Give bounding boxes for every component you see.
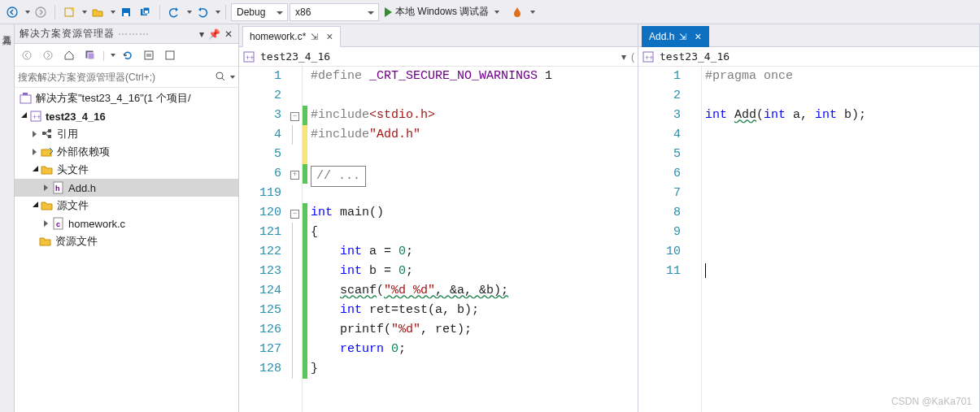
open-dd[interactable]	[111, 11, 115, 14]
code-breadcrumb[interactable]: ++ test23_4_16	[638, 47, 979, 67]
code-editor[interactable]: 1 2 3 4 5 6 119 120 121 122 123 124 125 …	[239, 67, 638, 412]
ln: 121	[239, 223, 281, 242]
se-refresh-button[interactable]	[119, 46, 137, 64]
platform-combo[interactable]: x86	[290, 3, 379, 21]
project-label: test23_4_16	[46, 111, 106, 123]
fold-minus-icon[interactable]: −	[290, 210, 299, 219]
title-drag-dots: ⋯⋯⋯	[118, 28, 150, 40]
hot-reload-dd[interactable]	[530, 11, 535, 14]
headers-label: 头文件	[57, 163, 89, 177]
redo-button[interactable]	[194, 3, 211, 21]
ln: 123	[239, 262, 281, 281]
svg-rect-6	[141, 9, 147, 15]
header-file-node[interactable]: h Add.h	[15, 179, 238, 197]
source-file-node[interactable]: c homework.c	[15, 215, 238, 232]
platform-label: x86	[295, 7, 311, 18]
svg-rect-11	[86, 51, 93, 58]
svg-rect-5	[124, 13, 128, 16]
folder-icon	[39, 235, 52, 248]
collapse-icon[interactable]	[31, 166, 39, 174]
code-lines[interactable]: #pragma once int Add(int a, int b);	[702, 67, 979, 412]
search-dd[interactable]	[230, 76, 235, 79]
save-all-button[interactable]	[137, 3, 155, 21]
ln: 128	[239, 359, 281, 379]
expand-icon[interactable]	[42, 184, 50, 192]
search-icon	[215, 71, 228, 84]
svg-rect-4	[122, 8, 130, 16]
external-deps-node[interactable]: 外部依赖项	[15, 143, 238, 161]
fold-minus-icon[interactable]: −	[290, 112, 299, 121]
headers-folder-node[interactable]: 头文件	[15, 161, 238, 179]
side-strip[interactable]: 工具箱	[0, 24, 15, 412]
open-button[interactable]	[89, 3, 107, 21]
project-node[interactable]: ++ test23_4_16	[15, 107, 238, 125]
undo-button[interactable]	[165, 3, 183, 21]
collapse-icon[interactable]	[20, 112, 28, 120]
svg-point-1	[36, 7, 46, 17]
ln: 126	[239, 320, 281, 340]
se-fwd-button[interactable]	[39, 46, 57, 64]
code-breadcrumb[interactable]: ++ test23_4_16 ▾ (	[239, 47, 638, 67]
se-home-button[interactable]	[60, 46, 78, 64]
toolbar-separator	[54, 5, 55, 20]
resources-folder-node[interactable]: 资源文件	[15, 232, 238, 250]
close-icon[interactable]: ×	[695, 30, 701, 43]
ln: 120	[239, 203, 281, 223]
line-number-gutter: 1 2 3 4 5 6 119 120 121 122 123 124 125 …	[239, 67, 288, 412]
breadcrumb-text: test23_4_16	[257, 50, 616, 63]
save-button[interactable]	[117, 3, 135, 21]
sources-label: 源文件	[57, 198, 89, 213]
code-lines[interactable]: #define _CRT_SECURE_NO_WARNINGS 1 #inclu…	[307, 67, 638, 412]
ln: 11	[638, 262, 681, 281]
pin-icon[interactable]: ⇲	[679, 32, 686, 42]
references-node[interactable]: 引用	[15, 125, 238, 143]
new-item-button[interactable]	[60, 3, 78, 21]
solution-search-box[interactable]	[15, 67, 238, 88]
expand-icon[interactable]	[31, 130, 39, 138]
svg-text:c: c	[56, 220, 60, 228]
tab-homework-c[interactable]: homework.c* ⇲ ×	[242, 26, 341, 47]
svg-text:++: ++	[246, 54, 255, 62]
expand-icon[interactable]	[42, 219, 50, 228]
svg-rect-18	[31, 111, 41, 121]
pin-icon[interactable]: ⇲	[311, 32, 318, 42]
config-combo[interactable]: Debug	[231, 3, 288, 21]
code-editor[interactable]: 1 2 3 4 5 6 7 8 9 10 11 #pragma once int…	[638, 67, 979, 412]
ln: 2	[638, 86, 681, 106]
redo-dd[interactable]	[216, 11, 220, 14]
solution-node[interactable]: 解决方案"test23_4_16"(1 个项目/	[15, 89, 238, 107]
references-label: 引用	[57, 127, 78, 141]
close-icon[interactable]: ×	[326, 30, 333, 43]
se-view-dd[interactable]	[111, 54, 115, 57]
c-file-icon: c	[52, 217, 65, 230]
breadcrumb-dd[interactable]: ▾	[616, 51, 631, 63]
svg-rect-16	[20, 95, 31, 103]
expand-icon[interactable]	[31, 148, 39, 156]
tab-add-h[interactable]: Add.h ⇲ ×	[642, 26, 709, 47]
ln: 6	[638, 164, 681, 184]
solution-search-input[interactable]	[18, 69, 215, 85]
fold-plus-icon[interactable]: +	[290, 171, 299, 180]
se-stack-button[interactable]	[81, 46, 99, 64]
start-debug-button[interactable]: 本地 Windows 调试器	[381, 3, 507, 21]
ln: 6	[239, 164, 281, 184]
nav-fwd-button[interactable]	[32, 3, 50, 21]
tab-strip-right: Add.h ⇲ ×	[638, 24, 979, 47]
nav-back-dd[interactable]	[25, 11, 30, 14]
undo-dd[interactable]	[187, 11, 192, 14]
panel-dropdown-icon[interactable]: ▾	[199, 28, 205, 40]
sources-folder-node[interactable]: 源文件	[15, 197, 238, 215]
nav-back-button[interactable]	[3, 3, 21, 21]
panel-close-icon[interactable]: ✕	[224, 28, 233, 40]
hot-reload-button[interactable]	[508, 3, 526, 21]
fold-column: − + −	[288, 67, 303, 412]
collapse-icon[interactable]	[31, 202, 39, 210]
se-properties-button[interactable]	[161, 46, 179, 64]
svg-rect-12	[88, 53, 94, 59]
ln: 124	[239, 281, 281, 301]
se-collapse-button[interactable]	[140, 46, 158, 64]
panel-pin-icon[interactable]: 📌	[208, 28, 221, 40]
new-item-dd[interactable]	[82, 11, 87, 14]
ln: 8	[638, 203, 681, 223]
se-back-button[interactable]	[18, 46, 36, 64]
